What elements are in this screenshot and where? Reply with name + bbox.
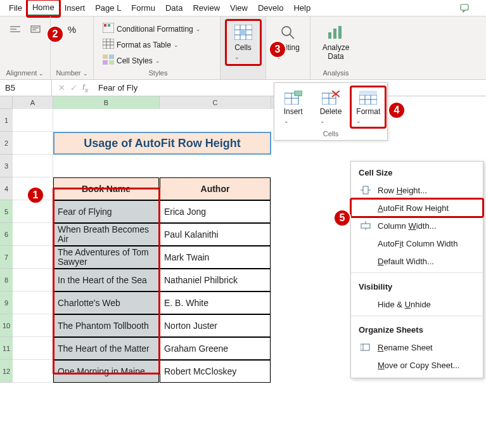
cell-book[interactable]: The Phantom Tollbooth [53,314,159,337]
cell-author[interactable]: Robert McCloskey [160,360,271,383]
svg-rect-16 [109,54,114,59]
svg-rect-44 [359,91,377,95]
row-header-12[interactable]: 12 [0,360,13,383]
row-header-3[interactable]: 3 [0,155,13,177]
svg-rect-45 [363,186,368,194]
callout-3: 3 [269,41,286,58]
delete-button[interactable]: Delete⌄ [314,87,348,127]
conditional-formatting-button[interactable]: Conditional Formatting ⌄ [100,22,203,36]
row-header-10[interactable]: 10 [0,314,13,337]
svg-rect-15 [103,54,108,59]
row-header-4[interactable]: 4 [0,177,13,200]
row-header-2[interactable]: 2 [0,132,13,155]
tab-review[interactable]: Review [188,1,225,15]
svg-rect-33 [295,91,302,96]
menu-column-width[interactable]: Column Width... [351,217,483,234]
cell-book[interactable]: Fear of Flying [53,200,159,223]
ribbon: Alignment ⌄ % Number ⌄ Conditional Forma… [0,16,486,80]
cell-styles-button[interactable]: Cell Styles ⌄ [100,53,203,68]
cancel-icon[interactable]: ✕ [58,83,65,93]
format-as-table-button[interactable]: Format as Table ⌄ [100,37,203,52]
menu-default-width[interactable]: Default Width... [351,252,483,270]
cell-author[interactable]: Mark Twain [160,246,271,269]
tab-developer[interactable]: Develo [253,1,288,15]
svg-rect-17 [103,60,108,65]
cell-book[interactable]: One Morning in Maine [53,360,159,383]
cells-button[interactable]: Cells⌄ [226,20,260,65]
cell-book[interactable]: When Breath Becomes Air [53,223,159,246]
tab-file[interactable]: File [4,1,27,15]
tab-view[interactable]: View [225,1,253,15]
ribbon-tabs: File Home Insert Page L Formu Data Revie… [0,0,486,16]
tab-home[interactable]: Home [27,0,60,16]
cell-book[interactable]: In the Heart of the Sea [53,269,159,291]
enter-icon[interactable]: ✓ [70,83,77,93]
tab-formulas[interactable]: Formu [126,1,160,15]
row-header-1[interactable]: 1 [0,109,13,132]
percent-icon[interactable]: % [63,23,81,35]
menu-autofit-column-width[interactable]: AutoFit Column Width [351,234,483,252]
cell-book[interactable]: The Adventures of Tom Sawyer [53,246,159,269]
col-header-c[interactable]: C [160,96,271,109]
group-label-alignment: Alignment ⌄ [6,68,44,78]
tab-insert[interactable]: Insert [60,1,91,15]
menu-autofit-row-height[interactable]: AutoFit Row Height [351,199,483,217]
cell-author[interactable]: Graham Greene [160,337,271,360]
col-width-icon [360,221,371,231]
tab-page-layout[interactable]: Page L [90,1,126,15]
menu-move-copy-sheet[interactable]: Move or Copy Sheet... [351,356,483,374]
callout-1: 1 [27,186,44,204]
svg-rect-9 [108,24,110,27]
section-visibility: Visibility [351,276,483,295]
svg-rect-51 [361,344,369,350]
menu-row-height[interactable]: Row Height... [351,181,483,199]
formula-bar: B5 ✕ ✓ fx Fear of Fly [0,80,486,96]
row-headers: 1 2 3 4 5 6 7 8 9 10 11 12 [0,109,13,383]
name-box[interactable]: B5 [0,80,52,96]
menu-rename-sheet[interactable]: Rename Sheet [351,338,483,356]
tab-data[interactable]: Data [160,1,188,15]
row-header-9[interactable]: 9 [0,291,13,314]
cell-author[interactable]: Paul Kalanithi [160,223,271,246]
group-label-analysis: Analysis [323,68,349,78]
callout-2: 2 [46,25,64,43]
find-icon [279,24,298,41]
select-all-corner[interactable] [0,96,13,109]
wrap-text-icon[interactable] [27,23,44,35]
col-header-a[interactable]: A [13,96,53,109]
section-cell-size: Cell Size [351,162,483,181]
row-header-8[interactable]: 8 [0,269,13,291]
cell-author[interactable]: Norton Juster [160,314,271,337]
cell-author[interactable]: Nathaniel Philbrick [160,269,271,291]
menu-hide-unhide[interactable]: Hide & Unhide [351,295,483,313]
svg-rect-24 [240,30,246,35]
section-organize-sheets: Organize Sheets [351,319,483,338]
col-header-b[interactable]: B [53,96,160,109]
cells-dropdown-label: Cells [274,127,387,140]
row-header-7[interactable]: 7 [0,246,13,269]
insert-button[interactable]: Insert⌄ [276,87,310,127]
tab-help[interactable]: Help [288,1,316,15]
svg-rect-48 [361,224,370,228]
row-header-11[interactable]: 11 [0,337,13,360]
cell-author[interactable]: Erica Jong [160,200,271,223]
comments-icon[interactable] [458,1,472,15]
group-alignment: Alignment ⌄ [0,16,51,79]
row-header-5[interactable]: 5 [0,200,13,223]
cell-styles-icon [103,54,114,67]
chart-icon [326,24,345,41]
format-button[interactable]: Format⌄ [351,87,385,127]
group-cells: Cells⌄ [221,16,266,79]
share-icon[interactable] [472,1,486,15]
align-left-icon[interactable] [6,23,24,35]
cell-author[interactable]: E. B. White [160,291,271,314]
page-title: Usage of AutoFit Row Height [53,132,271,155]
row-header-6[interactable]: 6 [0,223,13,246]
format-menu: Cell Size Row Height... AutoFit Row Heig… [350,161,483,378]
analyze-data-button[interactable]: AnalyzeData [319,20,353,65]
cell-book[interactable]: The Heart of the Matter [53,337,159,360]
svg-point-25 [282,27,291,35]
fx-icon[interactable]: fx [82,82,88,94]
cell-book[interactable]: Charlotte's Web [53,291,159,314]
cells-icon [234,24,253,41]
